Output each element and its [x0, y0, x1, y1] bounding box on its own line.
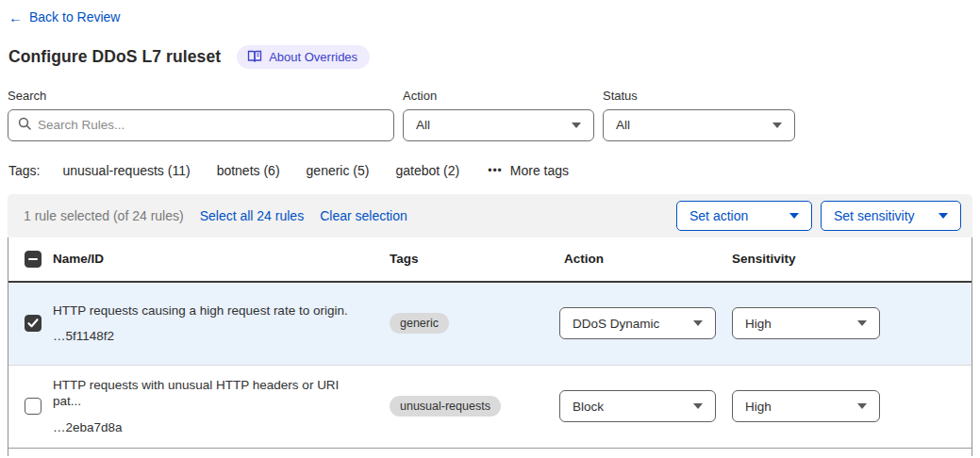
row-checkbox-cell — [8, 315, 53, 332]
row-checkbox-cell — [8, 398, 53, 415]
title-row: Configure DDoS L7 ruleset About Override… — [8, 45, 972, 69]
rule-name: HTTP requests with unusual HTTP headers … — [53, 378, 362, 410]
search-filter-group: Search — [8, 89, 394, 141]
search-label: Search — [8, 89, 394, 103]
action-filter-label: Action — [403, 89, 594, 103]
rule-name-cell: HTTP requests causing a high request rat… — [53, 303, 381, 344]
row-checkbox[interactable] — [25, 315, 42, 332]
back-arrow-icon: ← — [8, 10, 23, 25]
action-select[interactable]: DDoS Dynamic — [559, 307, 716, 339]
status-filter-select[interactable]: All — [603, 109, 795, 141]
search-box — [8, 109, 394, 141]
book-icon — [247, 50, 262, 63]
tag-filter-link[interactable]: generic (5) — [307, 163, 370, 178]
tag-filter-list: unusual-requests (11)botnets (6)generic … — [62, 163, 486, 178]
tag-filter-link[interactable]: unusual-requests (11) — [62, 163, 190, 178]
tags-bar: Tags: unusual-requests (11)botnets (6)ge… — [8, 163, 972, 178]
column-header-sensitivity: Sensitivity — [732, 252, 972, 266]
chevron-down-icon — [857, 403, 867, 409]
rule-tags-cell: generic — [381, 313, 556, 334]
rule-action-cell: DDoS Dynamic — [556, 307, 732, 339]
rule-sensitivity-cell: High — [732, 390, 972, 422]
rule-sensitivity-cell: High — [732, 307, 972, 339]
page-title: Configure DDoS L7 ruleset — [8, 47, 221, 67]
chevron-down-icon — [772, 123, 782, 128]
about-overrides-badge[interactable]: About Overrides — [237, 45, 370, 69]
about-badge-label: About Overrides — [269, 50, 357, 64]
chevron-down-icon — [857, 320, 867, 326]
select-all-link[interactable]: Select all 24 rules — [200, 208, 305, 223]
table-row[interactable]: HTTP requests causing a high request rat… — [8, 283, 972, 366]
rule-id: …5f1148f2 — [53, 329, 362, 343]
tags-label: Tags: — [8, 163, 40, 178]
action-filter-value: All — [416, 118, 430, 132]
chevron-down-icon — [693, 320, 703, 326]
table-row[interactable]: HTTP requests with unusual HTTP headers … — [8, 366, 972, 449]
sensitivity-select-value: High — [745, 317, 772, 331]
action-filter-group: Action All — [403, 89, 594, 141]
status-filter-value: All — [616, 118, 630, 132]
chevron-down-icon — [938, 213, 948, 219]
rule-tag: unusual-requests — [390, 396, 501, 417]
tag-filter-link[interactable]: gatebot (2) — [395, 163, 459, 178]
action-select-value: Block — [573, 400, 604, 414]
rule-action-cell: Block — [556, 390, 732, 422]
table-body: HTTP requests causing a high request rat… — [8, 283, 972, 449]
status-filter-label: Status — [603, 89, 795, 103]
set-sensitivity-label: Set sensitivity — [834, 208, 915, 223]
set-sensitivity-dropdown[interactable]: Set sensitivity — [821, 201, 961, 231]
selection-info: 1 rule selected (of 24 rules) Select all… — [24, 208, 407, 223]
rule-tag: generic — [390, 313, 449, 334]
column-header-tags: Tags — [381, 252, 556, 266]
rule-name-cell: HTTP requests with unusual HTTP headers … — [53, 378, 381, 434]
configure-ddos-page: ← Back to Review Configure DDoS L7 rules… — [0, 0, 980, 458]
action-filter-select[interactable]: All — [403, 109, 594, 141]
bulk-actions: Set action Set sensitivity — [676, 201, 961, 231]
more-tags-button[interactable]: ••• More tags — [488, 163, 569, 178]
chevron-down-icon — [789, 213, 799, 219]
back-link-label: Back to Review — [29, 9, 120, 25]
column-header-action: Action — [556, 252, 732, 266]
status-filter-group: Status All — [603, 89, 795, 141]
rules-table: Name/ID Tags Action Sensitivity HTTP req… — [8, 237, 972, 456]
chevron-down-icon — [693, 403, 703, 409]
action-select-value: DDoS Dynamic — [573, 317, 659, 331]
rule-name: HTTP requests causing a high request rat… — [53, 303, 362, 319]
back-row: ← Back to Review — [8, 9, 972, 25]
selection-summary: 1 rule selected (of 24 rules) — [24, 208, 184, 223]
ellipsis-icon: ••• — [488, 164, 503, 177]
search-icon — [18, 117, 31, 133]
back-to-review-link[interactable]: ← Back to Review — [8, 9, 120, 25]
table-header-row: Name/ID Tags Action Sensitivity — [8, 237, 972, 283]
selection-bar: 1 rule selected (of 24 rules) Select all… — [8, 194, 972, 237]
column-header-name-id: Name/ID — [53, 252, 381, 266]
select-all-checkbox[interactable] — [25, 251, 42, 268]
set-action-dropdown[interactable]: Set action — [676, 201, 812, 231]
sensitivity-select[interactable]: High — [732, 307, 880, 339]
check-icon — [27, 319, 39, 328]
sensitivity-select-value: High — [745, 400, 772, 414]
rule-id: …2eba7d8a — [53, 420, 362, 434]
clear-selection-link[interactable]: Clear selection — [320, 208, 407, 223]
filters-row: Search Action All Status All — [8, 89, 972, 141]
rule-tags-cell: unusual-requests — [381, 396, 556, 417]
tag-filter-link[interactable]: botnets (6) — [217, 163, 280, 178]
header-checkbox-cell — [8, 251, 53, 268]
search-input[interactable] — [38, 118, 384, 132]
set-action-label: Set action — [689, 208, 748, 223]
row-checkbox[interactable] — [25, 398, 42, 415]
sensitivity-select[interactable]: High — [732, 390, 880, 422]
next-row-partial — [8, 449, 972, 456]
chevron-down-icon — [572, 123, 581, 128]
more-tags-label: More tags — [510, 163, 569, 178]
action-select[interactable]: Block — [559, 390, 716, 422]
